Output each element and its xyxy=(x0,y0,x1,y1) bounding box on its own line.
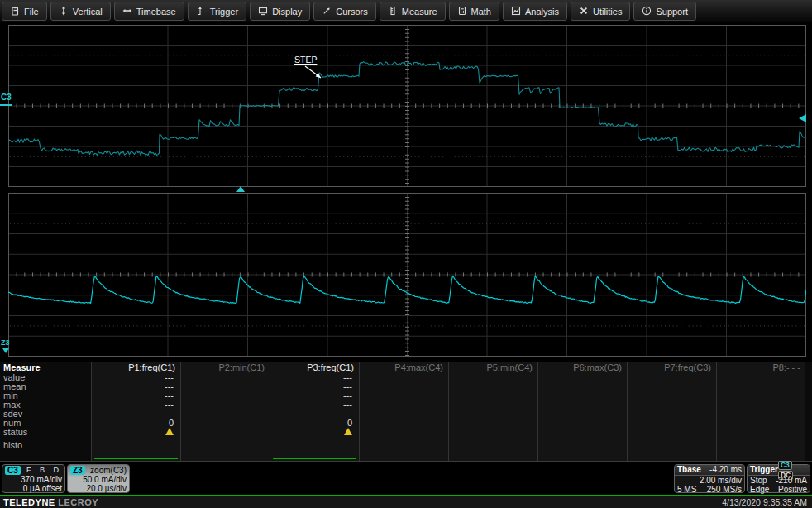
measure-row-label-status: status xyxy=(0,428,91,437)
trigger-descriptor[interactable]: Trigger C3 DC Stop -210 mA Edge Positive xyxy=(747,464,810,493)
measure-cell-mean xyxy=(717,382,805,391)
measure-cell-sdev: --- xyxy=(92,410,180,419)
trigger-type: Edge xyxy=(750,485,769,494)
measure-cell-status xyxy=(628,428,716,437)
trigger-level-marker[interactable] xyxy=(799,114,806,122)
timebase-samples: 5 MS xyxy=(677,485,696,494)
measure-column-p3: P3:freq(C1)---------------0 xyxy=(270,362,359,461)
measure-cell-num xyxy=(181,419,270,428)
channel-zero-marker[interactable] xyxy=(0,104,12,106)
zoom-waveform-grid[interactable] xyxy=(8,193,806,357)
measure-column-p4: P4:max(C4) xyxy=(359,362,448,461)
measure-cell-value xyxy=(628,373,716,382)
top-waveform-grid[interactable]: STEP xyxy=(8,25,806,187)
menu-button-cursors[interactable]: Cursors xyxy=(313,2,376,21)
menu-button-timebase[interactable]: Timebase xyxy=(114,2,184,21)
menu-button-label: Cursors xyxy=(336,7,368,17)
measure-cell-histo xyxy=(628,437,716,461)
menu-button-label: Support xyxy=(656,7,688,17)
measure-cell-num: 0 xyxy=(270,419,359,428)
timebase-descriptor[interactable]: Tbase -4.20 ms 2.00 ms/div 5 MS 250 MS/s xyxy=(674,464,745,493)
measure-cell-sdev xyxy=(628,410,716,419)
measure-cell-histo xyxy=(181,437,270,461)
channel-descriptor-c3[interactable]: C3 F B D 370 mA/div 0 µA offset xyxy=(2,464,65,493)
measure-cell-num xyxy=(538,419,627,428)
measure-cell-min xyxy=(181,391,270,400)
channel-flags: F B D xyxy=(26,466,62,475)
utilities-icon xyxy=(579,6,589,17)
menu-button-trigger[interactable]: Trigger xyxy=(188,2,246,21)
measure-cell-mean xyxy=(449,382,537,391)
timebase-icon xyxy=(122,6,132,17)
measure-column-header[interactable]: P7:freq(C3) xyxy=(628,362,716,373)
vertical-icon xyxy=(59,6,69,17)
trigger-source-badge: C3 xyxy=(778,461,792,470)
channel-scale: 370 mA/div xyxy=(5,475,62,484)
measure-cell-num xyxy=(360,419,448,428)
menu-button-label: Utilities xyxy=(593,7,622,17)
display-icon xyxy=(258,6,268,17)
measure-column-header[interactable]: P2:min(C1) xyxy=(181,362,270,373)
trigger-level: -210 mA xyxy=(776,476,807,485)
measure-column-header[interactable]: P4:max(C4) xyxy=(360,362,448,373)
measure-cell-sdev: --- xyxy=(270,410,359,419)
measure-cell-value xyxy=(538,373,627,382)
measure-column-header[interactable]: P8:- - - xyxy=(717,362,805,373)
measure-icon xyxy=(388,6,398,17)
timebase-scale: 2.00 ms/div xyxy=(700,476,742,485)
measure-cell-status xyxy=(181,428,270,437)
zoom-time-scale: 20.0 µs/div xyxy=(70,484,127,493)
menu-bar: FileVerticalTimebaseTriggerDisplayCursor… xyxy=(0,0,812,22)
measure-column-header[interactable]: P5:min(C4) xyxy=(449,362,537,373)
step-annotation-label: STEP xyxy=(294,55,317,65)
trigger-icon xyxy=(196,6,206,17)
brand-logo: TELEDYNE LECROY xyxy=(0,497,98,507)
measure-column-p2: P2:min(C1) xyxy=(180,362,270,461)
menu-button-utilities[interactable]: Utilities xyxy=(571,2,630,21)
measure-cell-value xyxy=(717,373,805,382)
measure-cell-histo xyxy=(538,437,627,461)
measure-cell-sdev xyxy=(449,410,537,419)
timebase-title: Tbase xyxy=(677,465,701,475)
measure-cell-sdev xyxy=(360,410,448,419)
menu-button-display[interactable]: Display xyxy=(250,2,310,21)
cursors-icon xyxy=(322,6,332,17)
measure-cell-num xyxy=(628,419,716,428)
zoom-position-marker[interactable] xyxy=(236,186,245,192)
menu-button-label: Measure xyxy=(402,7,437,17)
trigger-slope: Positive xyxy=(778,485,807,494)
measure-cell-max xyxy=(360,400,448,410)
histogram-baseline xyxy=(273,458,356,459)
measure-cell-status xyxy=(538,428,627,437)
measure-column-header[interactable]: P6:max(C3) xyxy=(538,362,627,373)
measure-column-p7: P7:freq(C3) xyxy=(627,362,716,461)
menu-button-support[interactable]: Support xyxy=(633,2,696,21)
menu-button-math[interactable]: Math xyxy=(449,2,499,21)
clock: 4/13/2020 9:35:35 AM xyxy=(722,497,812,507)
menu-button-label: Trigger xyxy=(210,7,238,17)
measure-panel: Measurevaluemeanminmaxsdevnumstatushisto… xyxy=(0,362,812,462)
zoom-source: zoom(C3) xyxy=(90,466,127,475)
measure-cell-max xyxy=(449,400,537,410)
zoom-zero-label-z3[interactable]: Z3 xyxy=(1,338,10,347)
math-icon xyxy=(457,6,467,17)
measure-cell-sdev xyxy=(538,410,627,419)
channel-zero-label-c3[interactable]: C3 xyxy=(1,93,12,102)
menu-button-vertical[interactable]: Vertical xyxy=(50,2,111,21)
measure-cell-mean xyxy=(181,382,270,391)
measure-cell-mean xyxy=(628,382,716,391)
timebase-delay: -4.20 ms xyxy=(709,465,742,475)
measure-column-p5: P5:min(C4) xyxy=(448,362,537,461)
trigger-mode: Stop xyxy=(750,476,767,485)
measure-cell-status xyxy=(360,428,448,437)
zoom-descriptor-z3[interactable]: Z3 zoom(C3) 50.0 mA/div 20.0 µs/div xyxy=(67,464,130,493)
measure-column-p1: P1:freq(C1)---------------0 xyxy=(91,362,180,461)
menu-button-measure[interactable]: Measure xyxy=(380,2,446,21)
timebase-rate: 250 MS/s xyxy=(707,485,742,494)
menu-button-analysis[interactable]: Analysis xyxy=(503,2,567,21)
menu-button-file[interactable]: File xyxy=(2,2,47,21)
measure-cell-mean xyxy=(360,382,448,391)
measure-cell-sdev xyxy=(181,410,270,419)
measure-cell-status xyxy=(717,428,805,437)
menu-button-label: File xyxy=(24,7,39,17)
